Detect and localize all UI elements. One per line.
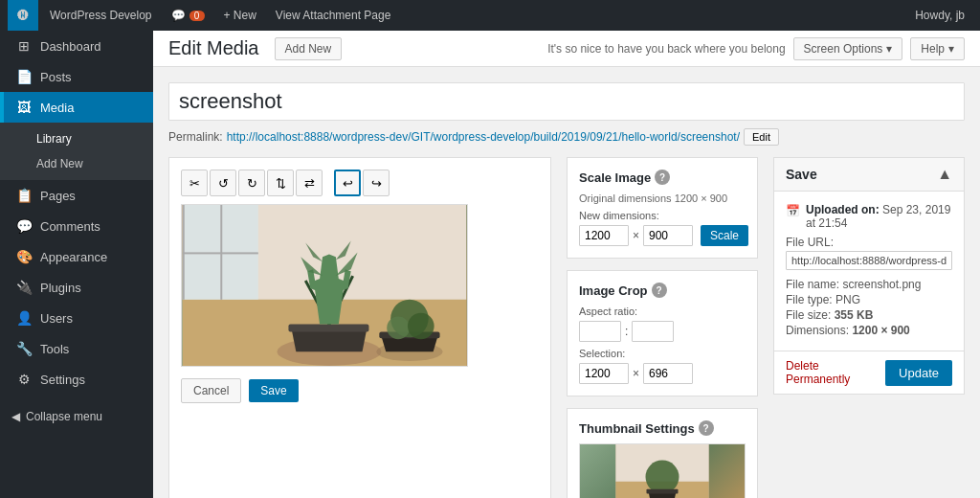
help-label: Help: [921, 42, 945, 56]
selection-height-input[interactable]: [643, 363, 693, 384]
howdy-text: Howdy, jb: [915, 9, 965, 22]
flip-h-icon: ⇄: [304, 176, 315, 191]
users-icon: 👤: [15, 310, 33, 326]
new-content[interactable]: + New: [216, 0, 264, 31]
scale-width-input[interactable]: [579, 225, 629, 246]
thumbnail-help-icon[interactable]: ?: [699, 420, 714, 436]
content-area: Edit Media Add New It's so nice to have …: [153, 31, 980, 498]
screen-options-label: Screen Options: [804, 42, 883, 56]
scale-button[interactable]: Scale: [701, 225, 748, 246]
save-box: Save ▲ 📅 Uploaded on: Sep 23, 2019 at 21…: [773, 157, 965, 395]
view-attachment[interactable]: View Attachment Page: [268, 0, 399, 31]
sidebar-sub-add-new[interactable]: Add New: [0, 151, 153, 176]
thumbnail-title: Thumbnail Settings ?: [579, 420, 746, 436]
delete-permanently-link[interactable]: Delete Permanently: [786, 359, 885, 386]
sidebar-item-appearance[interactable]: 🎨 Appearance: [0, 241, 153, 272]
comments-icon: 💬: [15, 218, 33, 234]
save-box-title: Save: [786, 167, 817, 182]
file-url-section: File URL:: [786, 236, 952, 278]
admin-bar: 🅦 WordPress Develop 💬 0 + New View Attac…: [0, 0, 980, 31]
svg-point-22: [646, 461, 679, 494]
sidebar-item-users[interactable]: 👤 Users: [0, 303, 153, 333]
wp-logo[interactable]: 🅦: [8, 0, 38, 31]
sidebar-item-posts[interactable]: 📄 Posts: [0, 61, 153, 92]
thumbnail-preview: [579, 443, 746, 498]
crop-help-icon[interactable]: ?: [652, 283, 667, 298]
undo-icon: ↩: [343, 176, 353, 191]
main-content: Permalink: http://localhost:8888/wordpre…: [153, 67, 980, 498]
scale-image-title: Scale Image ?: [579, 170, 746, 185]
aspect-colon: :: [625, 325, 628, 338]
aspect-row: :: [579, 321, 746, 342]
plant-svg: [182, 205, 467, 366]
original-dimensions: Original dimensions 1200 × 900: [579, 192, 746, 204]
sidebar-item-tools[interactable]: 🔧 Tools: [0, 333, 153, 364]
collapse-menu[interactable]: ◀ Collapse menu: [0, 402, 153, 431]
sidebar-item-label: Tools: [40, 342, 69, 356]
svg-rect-6: [183, 252, 258, 254]
sidebar-item-dashboard[interactable]: ⊞ Dashboard: [0, 31, 153, 61]
sidebar-item-label: Posts: [40, 70, 72, 84]
permalink-url[interactable]: http://localhost:8888/wordpress-dev/GIT/…: [227, 130, 740, 144]
svg-rect-8: [288, 325, 368, 332]
sidebar-item-plugins[interactable]: 🔌 Plugins: [0, 272, 153, 303]
back-message: It's so nice to have you back where you …: [547, 42, 785, 56]
pages-icon: 📋: [15, 188, 33, 203]
flip-vertical-button[interactable]: ⇅: [267, 170, 294, 196]
title-input[interactable]: [168, 82, 965, 121]
help-button[interactable]: Help ▾: [910, 37, 965, 60]
flip-horizontal-button[interactable]: ⇄: [296, 170, 323, 196]
save-metabox: Save ▲ 📅 Uploaded on: Sep 23, 2019 at 21…: [773, 157, 965, 498]
sidebar-item-label: Appearance: [40, 250, 107, 264]
site-name[interactable]: WordPress Develop: [42, 0, 160, 31]
svg-rect-23: [646, 489, 678, 494]
update-button[interactable]: Update: [885, 360, 952, 386]
svg-point-17: [387, 317, 410, 340]
cancel-button[interactable]: Cancel: [181, 378, 241, 403]
selection-width-input[interactable]: [579, 363, 629, 384]
image-crop-title: Image Crop ?: [579, 283, 746, 298]
calendar-icon: 📅: [786, 204, 800, 217]
header-right: It's so nice to have you back where you …: [547, 37, 965, 60]
file-url-input[interactable]: [786, 251, 952, 270]
aspect-height-input[interactable]: [632, 321, 674, 342]
appearance-icon: 🎨: [15, 249, 33, 264]
scale-height-input[interactable]: [643, 225, 693, 246]
comments-link[interactable]: 💬 0: [164, 0, 212, 31]
permalink-row: Permalink: http://localhost:8888/wordpre…: [168, 128, 965, 146]
add-new-button[interactable]: Add New: [275, 37, 343, 60]
media-submenu: Library Add New: [0, 123, 153, 180]
undo-button[interactable]: ↩: [334, 170, 361, 196]
dim-x: ×: [633, 229, 639, 242]
right-panels: Scale Image ? Original dimensions 1200 ×…: [567, 157, 758, 498]
posts-icon: 📄: [15, 69, 33, 84]
rotate-left-button[interactable]: ↺: [210, 170, 236, 196]
action-buttons: Cancel Save: [181, 378, 539, 403]
screen-options-button[interactable]: Screen Options ▾: [793, 37, 903, 60]
sidebar-item-label: Users: [40, 311, 73, 326]
sidebar-item-media[interactable]: 🖼 Media: [0, 92, 153, 123]
site-label: WordPress Develop: [50, 9, 152, 22]
scale-help-icon[interactable]: ?: [655, 170, 670, 185]
header-left: Edit Media Add New: [168, 37, 342, 60]
aspect-width-input[interactable]: [579, 321, 621, 342]
crop-button[interactable]: ✂: [181, 170, 208, 196]
new-dimensions-label: New dimensions:: [579, 210, 746, 221]
media-icon: 🖼: [15, 100, 33, 115]
redo-button[interactable]: ↪: [363, 170, 390, 196]
editor-toolbar: ✂ ↺ ↻ ⇅ ⇄: [181, 170, 539, 196]
save-box-toggle[interactable]: ▲: [937, 166, 952, 183]
sidebar-item-comments[interactable]: 💬 Comments: [0, 211, 153, 241]
permalink-edit-button[interactable]: Edit: [744, 128, 779, 146]
new-label: + New: [224, 9, 256, 22]
sidebar-item-pages[interactable]: 📋 Pages: [0, 180, 153, 211]
sidebar-sub-library[interactable]: Library: [0, 126, 153, 151]
rotate-right-button[interactable]: ↻: [238, 170, 265, 196]
sidebar-item-settings[interactable]: ⚙ Settings: [0, 364, 153, 395]
editor-area: ✂ ↺ ↻ ⇅ ⇄: [168, 157, 965, 498]
save-image-button[interactable]: Save: [249, 379, 298, 402]
comment-icon: 💬: [171, 9, 186, 22]
collapse-icon: ◀: [11, 410, 20, 423]
svg-point-18: [408, 313, 434, 340]
selection-label: Selection:: [579, 348, 746, 359]
